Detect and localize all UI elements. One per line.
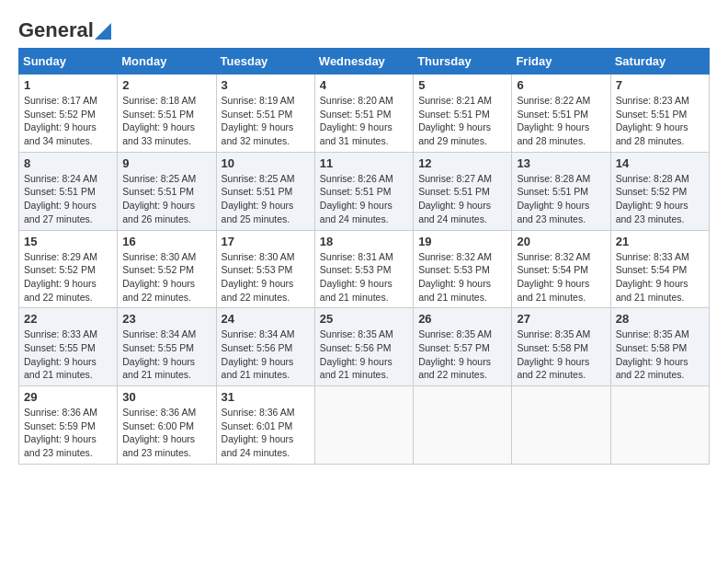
calendar-cell: 26Sunrise: 8:35 AM Sunset: 5:57 PM Dayli… (414, 308, 512, 386)
calendar-cell: 29Sunrise: 8:36 AM Sunset: 5:59 PM Dayli… (19, 386, 118, 465)
day-number: 20 (517, 235, 605, 248)
day-info: Sunrise: 8:23 AM Sunset: 5:51 PM Dayligh… (616, 94, 704, 148)
day-info: Sunrise: 8:28 AM Sunset: 5:51 PM Dayligh… (517, 172, 605, 226)
day-info: Sunrise: 8:34 AM Sunset: 5:55 PM Dayligh… (122, 327, 210, 382)
logo-general: General (18, 18, 94, 42)
day-info: Sunrise: 8:25 AM Sunset: 5:51 PM Dayligh… (222, 172, 310, 226)
calendar-cell (610, 386, 709, 465)
calendar-cell: 12Sunrise: 8:27 AM Sunset: 5:51 PM Dayli… (414, 152, 512, 230)
day-info: Sunrise: 8:22 AM Sunset: 5:51 PM Dayligh… (517, 94, 605, 148)
calendar-cell: 2Sunrise: 8:18 AM Sunset: 5:51 PM Daylig… (118, 75, 216, 153)
calendar-cell: 16Sunrise: 8:30 AM Sunset: 5:52 PM Dayli… (118, 230, 216, 308)
calendar-cell: 14Sunrise: 8:28 AM Sunset: 5:52 PM Dayli… (610, 152, 709, 230)
day-info: Sunrise: 8:35 AM Sunset: 5:58 PM Dayligh… (616, 327, 704, 382)
day-number: 5 (418, 78, 506, 92)
week-row-2: 8Sunrise: 8:24 AM Sunset: 5:51 PM Daylig… (19, 152, 710, 230)
calendar-cell: 15Sunrise: 8:29 AM Sunset: 5:52 PM Dayli… (19, 230, 118, 308)
day-number: 21 (616, 235, 704, 248)
day-number: 1 (24, 78, 112, 92)
calendar-cell: 8Sunrise: 8:24 AM Sunset: 5:51 PM Daylig… (19, 152, 118, 230)
day-number: 13 (517, 156, 605, 170)
calendar-cell: 11Sunrise: 8:26 AM Sunset: 5:51 PM Dayli… (314, 152, 413, 230)
day-number: 31 (222, 390, 310, 404)
calendar-cell (512, 386, 610, 465)
day-info: Sunrise: 8:17 AM Sunset: 5:52 PM Dayligh… (24, 94, 112, 148)
week-row-5: 29Sunrise: 8:36 AM Sunset: 5:59 PM Dayli… (19, 386, 710, 465)
calendar-cell: 6Sunrise: 8:22 AM Sunset: 5:51 PM Daylig… (512, 75, 610, 153)
day-info: Sunrise: 8:35 AM Sunset: 5:56 PM Dayligh… (320, 327, 408, 382)
day-info: Sunrise: 8:31 AM Sunset: 5:53 PM Dayligh… (320, 250, 408, 304)
day-number: 24 (222, 312, 310, 326)
day-info: Sunrise: 8:32 AM Sunset: 5:53 PM Dayligh… (418, 250, 506, 304)
day-info: Sunrise: 8:32 AM Sunset: 5:54 PM Dayligh… (517, 250, 605, 304)
day-number: 30 (122, 390, 210, 404)
weekday-header-row: SundayMondayTuesdayWednesdayThursdayFrid… (19, 49, 710, 75)
day-info: Sunrise: 8:20 AM Sunset: 5:51 PM Dayligh… (320, 94, 408, 148)
day-number: 7 (616, 78, 704, 92)
calendar-cell: 27Sunrise: 8:35 AM Sunset: 5:58 PM Dayli… (512, 308, 610, 386)
calendar-cell: 1Sunrise: 8:17 AM Sunset: 5:52 PM Daylig… (19, 75, 118, 153)
day-info: Sunrise: 8:24 AM Sunset: 5:51 PM Dayligh… (24, 172, 112, 226)
calendar-cell: 28Sunrise: 8:35 AM Sunset: 5:58 PM Dayli… (610, 308, 709, 386)
day-number: 3 (222, 78, 310, 92)
day-info: Sunrise: 8:28 AM Sunset: 5:52 PM Dayligh… (616, 172, 704, 226)
day-info: Sunrise: 8:21 AM Sunset: 5:51 PM Dayligh… (418, 94, 506, 148)
calendar-cell: 3Sunrise: 8:19 AM Sunset: 5:51 PM Daylig… (216, 75, 314, 153)
day-info: Sunrise: 8:33 AM Sunset: 5:54 PM Dayligh… (616, 250, 704, 304)
calendar-cell: 10Sunrise: 8:25 AM Sunset: 5:51 PM Dayli… (216, 152, 314, 230)
calendar-table: SundayMondayTuesdayWednesdayThursdayFrid… (18, 48, 710, 465)
logo: General (18, 18, 111, 39)
weekday-header-thursday: Thursday (414, 49, 512, 75)
calendar-cell: 20Sunrise: 8:32 AM Sunset: 5:54 PM Dayli… (512, 230, 610, 308)
day-info: Sunrise: 8:26 AM Sunset: 5:51 PM Dayligh… (320, 172, 408, 226)
day-info: Sunrise: 8:19 AM Sunset: 5:51 PM Dayligh… (222, 94, 310, 148)
day-number: 15 (24, 235, 112, 248)
weekday-header-wednesday: Wednesday (314, 49, 413, 75)
day-info: Sunrise: 8:30 AM Sunset: 5:52 PM Dayligh… (122, 250, 210, 304)
day-info: Sunrise: 8:33 AM Sunset: 5:55 PM Dayligh… (24, 327, 112, 382)
day-info: Sunrise: 8:30 AM Sunset: 5:53 PM Dayligh… (222, 250, 310, 304)
calendar-cell: 9Sunrise: 8:25 AM Sunset: 5:51 PM Daylig… (118, 152, 216, 230)
calendar-cell (414, 386, 512, 465)
day-number: 29 (24, 390, 112, 404)
weekday-header-sunday: Sunday (19, 49, 118, 75)
week-row-4: 22Sunrise: 8:33 AM Sunset: 5:55 PM Dayli… (19, 308, 710, 386)
weekday-header-saturday: Saturday (610, 49, 709, 75)
day-info: Sunrise: 8:34 AM Sunset: 5:56 PM Dayligh… (222, 327, 310, 382)
day-number: 11 (320, 156, 408, 170)
week-row-3: 15Sunrise: 8:29 AM Sunset: 5:52 PM Dayli… (19, 230, 710, 308)
calendar-cell (314, 386, 413, 465)
calendar-cell: 24Sunrise: 8:34 AM Sunset: 5:56 PM Dayli… (216, 308, 314, 386)
calendar-cell: 19Sunrise: 8:32 AM Sunset: 5:53 PM Dayli… (414, 230, 512, 308)
day-number: 6 (517, 78, 605, 92)
day-number: 28 (616, 312, 704, 326)
day-number: 27 (517, 312, 605, 326)
calendar-cell: 21Sunrise: 8:33 AM Sunset: 5:54 PM Dayli… (610, 230, 709, 308)
calendar-cell: 25Sunrise: 8:35 AM Sunset: 5:56 PM Dayli… (314, 308, 413, 386)
day-number: 26 (418, 312, 506, 326)
svg-marker-0 (95, 23, 111, 40)
page-header: General (18, 18, 710, 39)
weekday-header-monday: Monday (118, 49, 216, 75)
day-number: 17 (222, 235, 310, 248)
day-number: 18 (320, 235, 408, 248)
day-number: 9 (122, 156, 210, 170)
day-number: 10 (222, 156, 310, 170)
day-info: Sunrise: 8:29 AM Sunset: 5:52 PM Dayligh… (24, 250, 112, 304)
calendar-cell: 22Sunrise: 8:33 AM Sunset: 5:55 PM Dayli… (19, 308, 118, 386)
day-number: 2 (122, 78, 210, 92)
day-info: Sunrise: 8:36 AM Sunset: 6:01 PM Dayligh… (222, 406, 310, 460)
calendar-cell: 7Sunrise: 8:23 AM Sunset: 5:51 PM Daylig… (610, 75, 709, 153)
weekday-header-friday: Friday (512, 49, 610, 75)
day-info: Sunrise: 8:35 AM Sunset: 5:58 PM Dayligh… (517, 327, 605, 382)
day-info: Sunrise: 8:35 AM Sunset: 5:57 PM Dayligh… (418, 327, 506, 382)
day-number: 14 (616, 156, 704, 170)
calendar-cell: 13Sunrise: 8:28 AM Sunset: 5:51 PM Dayli… (512, 152, 610, 230)
day-number: 4 (320, 78, 408, 92)
day-number: 19 (418, 235, 506, 248)
calendar-cell: 17Sunrise: 8:30 AM Sunset: 5:53 PM Dayli… (216, 230, 314, 308)
day-number: 12 (418, 156, 506, 170)
logo-triangle-icon (95, 19, 111, 40)
day-info: Sunrise: 8:27 AM Sunset: 5:51 PM Dayligh… (418, 172, 506, 226)
calendar-cell: 18Sunrise: 8:31 AM Sunset: 5:53 PM Dayli… (314, 230, 413, 308)
